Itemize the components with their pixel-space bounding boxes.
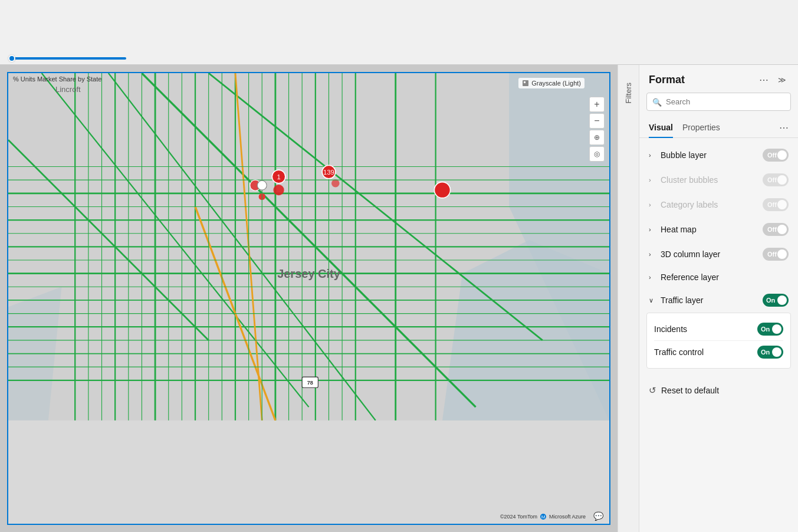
layer-items: › Bubble layer Off › Cluster bubbles Off…	[639, 138, 798, 378]
map-title: % Units Market Share by State	[13, 75, 101, 83]
layer-row-bubble[interactable]: › Bubble layer Off	[639, 143, 798, 168]
layer-row-heatmap[interactable]: › Heat map Off	[639, 217, 798, 242]
svg-point-60	[257, 180, 267, 190]
chevron-right-icon-3: ›	[649, 201, 656, 208]
search-box: 🔍	[646, 93, 791, 111]
chevron-right-icon: ›	[649, 152, 656, 159]
map-style-badge[interactable]: Grayscale (Light)	[518, 78, 584, 88]
traffic-control-row: Traffic control On	[654, 340, 783, 363]
svg-text:1: 1	[277, 173, 280, 180]
category-labels-label: Category labels	[661, 200, 763, 209]
svg-text:139: 139	[323, 169, 334, 176]
category-labels-toggle[interactable]: Off	[763, 198, 789, 211]
map-inner: ≡ ⋯	[7, 72, 610, 525]
location-button[interactable]: ◎	[589, 146, 605, 162]
traffic-control-toggle[interactable]: On	[757, 346, 783, 359]
range-slider[interactable]	[8, 57, 126, 60]
panel-title: Format	[649, 74, 685, 86]
reset-icon: ↺	[649, 385, 656, 396]
chevron-right-icon-2: ›	[649, 176, 656, 183]
cluster-bubbles-label: Cluster bubbles	[661, 175, 763, 185]
map-controls: + − ⊕ ◎	[589, 97, 605, 162]
svg-point-28	[273, 185, 284, 195]
reset-label: Reset to default	[661, 386, 719, 395]
incidents-label: Incidents	[654, 324, 757, 334]
search-input[interactable]	[646, 93, 791, 111]
layer-row-category[interactable]: › Category labels Off	[639, 192, 798, 217]
filters-sidebar: Filters	[618, 65, 639, 532]
tab-properties[interactable]: Properties	[682, 118, 720, 138]
map-background: 1 139 78 78 478	[8, 73, 609, 421]
incidents-toggle[interactable]: On	[757, 323, 783, 336]
chevron-down-icon: ∨	[649, 297, 656, 304]
cluster-bubbles-toggle[interactable]: Off	[763, 173, 789, 186]
map-attribution: ©2024 TomTom M Microsoft Azure	[500, 513, 586, 520]
svg-text:M: M	[541, 514, 546, 520]
tabs-row: Visual Properties ⋯	[639, 118, 798, 138]
map-bottom-toolbar: 💬	[592, 510, 605, 523]
svg-point-29	[331, 179, 340, 188]
compass-button[interactable]: ⊕	[589, 130, 605, 145]
layer-row-cluster[interactable]: › Cluster bubbles Off	[639, 168, 798, 192]
panel-header: Format ⋯ ≫	[639, 65, 798, 93]
layer-row-traffic[interactable]: ∨ Traffic layer On	[639, 288, 798, 313]
bubble-layer-label: Bubble layer	[661, 150, 763, 160]
heat-map-toggle[interactable]: Off	[763, 223, 789, 236]
reset-row[interactable]: ↺ Reset to default	[639, 378, 798, 403]
traffic-layer-label: Traffic layer	[661, 295, 763, 305]
main-area: ≡ ⋯	[0, 65, 798, 532]
traffic-layer-toggle[interactable]: On	[763, 294, 789, 307]
panel-header-actions: ⋯ ≫	[757, 73, 789, 87]
format-panel: Format ⋯ ≫ 🔍 Visual Properties ⋯ › Bubbl…	[639, 65, 798, 532]
tab-more-button[interactable]: ⋯	[779, 122, 789, 133]
collapse-button[interactable]: ≫	[776, 74, 789, 86]
svg-text:78: 78	[307, 380, 313, 386]
reference-layer-label: Reference layer	[661, 272, 789, 282]
heat-map-label: Heat map	[661, 225, 763, 234]
tab-visual[interactable]: Visual	[649, 118, 673, 138]
chevron-right-icon-6: ›	[649, 274, 656, 281]
svg-rect-69	[524, 81, 526, 83]
incidents-row: Incidents On	[654, 318, 783, 340]
map-container: ≡ ⋯	[0, 65, 618, 532]
map-comment-button[interactable]: 💬	[592, 510, 605, 523]
3d-column-label: 3D column layer	[661, 249, 763, 259]
chevron-right-icon-5: ›	[649, 251, 656, 258]
search-icon: 🔍	[652, 97, 662, 106]
bubble-layer-toggle[interactable]: Off	[763, 149, 789, 162]
3d-column-toggle[interactable]: Off	[763, 248, 789, 261]
more-options-button[interactable]: ⋯	[757, 73, 771, 87]
traffic-control-label: Traffic control	[654, 347, 757, 357]
filters-label[interactable]: Filters	[624, 83, 633, 103]
svg-point-59	[434, 182, 450, 198]
zoom-in-button[interactable]: +	[589, 97, 605, 112]
layer-row-reference[interactable]: › Reference layer	[639, 267, 798, 288]
chevron-right-icon-4: ›	[649, 226, 656, 233]
layer-row-3d[interactable]: › 3D column layer Off	[639, 242, 798, 267]
top-area	[0, 0, 798, 65]
traffic-expanded-section: Incidents On Traffic control On	[646, 313, 791, 369]
zoom-out-button[interactable]: −	[589, 113, 605, 129]
